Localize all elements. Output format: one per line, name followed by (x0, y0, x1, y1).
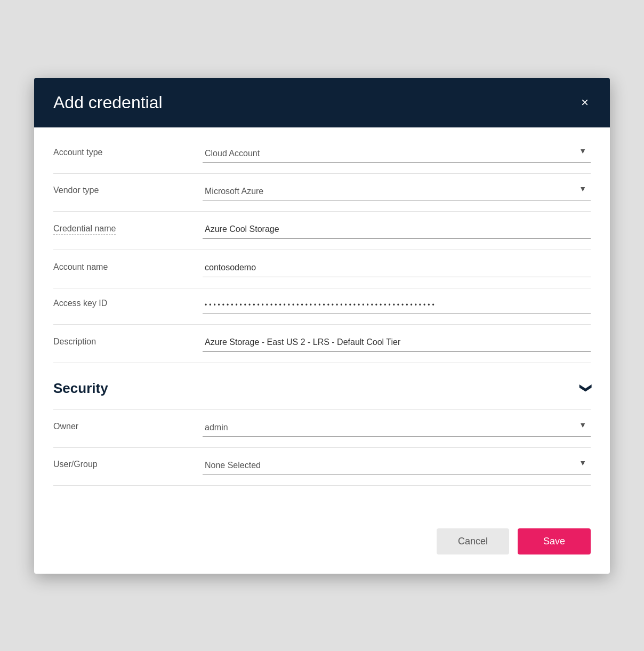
divider-6 (53, 363, 591, 363)
modal-header: Add credential × (34, 78, 610, 127)
modal-body: Account type Cloud Account ▼ Vendor type… (34, 127, 610, 511)
vendor-type-select[interactable]: Microsoft Azure (203, 182, 591, 200)
access-key-input[interactable] (203, 297, 591, 314)
modal-footer: Cancel Save (34, 511, 610, 574)
divider-9 (53, 485, 591, 486)
description-label: Description (53, 337, 203, 352)
owner-label: Owner (53, 422, 203, 437)
access-key-row: Access key ID (53, 297, 591, 316)
owner-select[interactable]: admin (203, 419, 591, 437)
access-key-label: Access key ID (53, 299, 203, 314)
account-name-row: Account name (53, 259, 591, 279)
security-chevron-icon[interactable]: ❯ (579, 383, 593, 393)
description-row: Description (53, 333, 591, 354)
credential-name-row: Credential name (53, 220, 591, 241)
account-type-label: Account type (53, 148, 203, 163)
modal-container: Add credential × Account type Cloud Acco… (34, 78, 610, 574)
security-section-header: Security ❯ (53, 372, 591, 401)
owner-row: Owner admin ▼ (53, 419, 591, 439)
modal-title: Add credential (53, 93, 163, 112)
cancel-button[interactable]: Cancel (437, 528, 509, 554)
security-section-title: Security (53, 380, 108, 397)
description-input[interactable] (203, 333, 591, 352)
save-button[interactable]: Save (518, 528, 591, 554)
user-group-label: User/Group (53, 460, 203, 475)
owner-control: admin ▼ (203, 419, 591, 437)
credential-name-label: Credential name (53, 224, 203, 239)
divider-2 (53, 211, 591, 212)
close-button[interactable]: × (579, 94, 591, 111)
vendor-type-row: Vendor type Microsoft Azure ▼ (53, 182, 591, 203)
credential-name-input[interactable] (203, 220, 591, 239)
divider-3 (53, 250, 591, 250)
access-key-control (203, 297, 591, 314)
account-type-row: Account type Cloud Account ▼ (53, 144, 591, 165)
divider-7 (53, 409, 591, 410)
divider-4 (53, 288, 591, 288)
account-name-label: Account name (53, 262, 203, 277)
divider-1 (53, 173, 591, 174)
account-type-select[interactable]: Cloud Account (203, 144, 591, 163)
divider-5 (53, 324, 591, 325)
credential-name-control (203, 220, 591, 239)
user-group-row: User/Group None Selected ▼ (53, 456, 591, 477)
account-type-control: Cloud Account ▼ (203, 144, 591, 163)
divider-8 (53, 447, 591, 448)
description-control (203, 333, 591, 352)
account-name-control (203, 259, 591, 277)
vendor-type-control: Microsoft Azure ▼ (203, 182, 591, 200)
user-group-select[interactable]: None Selected (203, 456, 591, 475)
user-group-control: None Selected ▼ (203, 456, 591, 475)
vendor-type-label: Vendor type (53, 186, 203, 200)
account-name-input[interactable] (203, 259, 591, 277)
